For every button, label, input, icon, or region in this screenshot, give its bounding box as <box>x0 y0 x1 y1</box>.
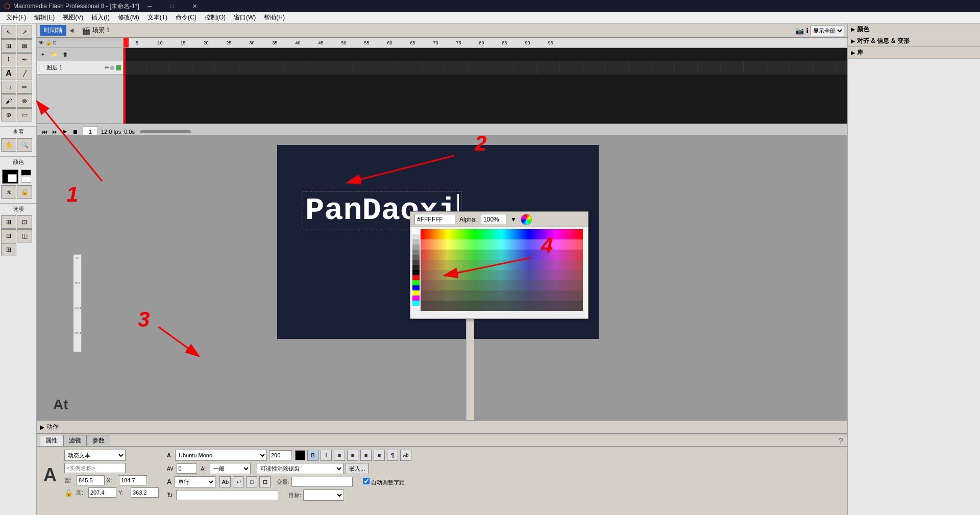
color-wheel-btn[interactable] <box>521 214 532 225</box>
text-type-select[interactable]: 动态文本 <box>64 450 126 461</box>
menu-insert[interactable]: 插入(I) <box>87 12 113 23</box>
no-fill-btn[interactable]: 无 <box>1 185 16 199</box>
swatch-dg[interactable] <box>412 255 420 260</box>
swatch-green[interactable] <box>412 280 420 285</box>
panel-library-header[interactable]: ▶ 库 <box>848 47 980 58</box>
option5-btn[interactable]: ⊞ <box>1 243 16 256</box>
add-folder-btn[interactable]: 📁 <box>49 50 59 60</box>
swatch-black2[interactable] <box>412 265 420 270</box>
height-input[interactable] <box>88 487 116 498</box>
selectable-btn[interactable]: ⊡ <box>259 476 271 487</box>
delete-layer-btn[interactable]: 🗑 <box>60 50 70 60</box>
swatch-black[interactable] <box>412 270 420 275</box>
onion-skin-slider[interactable] <box>140 130 191 133</box>
target-select[interactable] <box>303 489 344 501</box>
line-tool[interactable]: ╱ <box>17 67 32 80</box>
lasso-tool[interactable]: ⌇ <box>1 53 16 66</box>
brush-tool[interactable]: 🖌 <box>1 94 16 108</box>
format-text-btn[interactable]: Ab <box>400 450 411 461</box>
align-left-btn[interactable]: ≡ <box>334 450 345 461</box>
x-input[interactable] <box>119 475 147 485</box>
hand-tool[interactable]: ✋ <box>1 138 16 152</box>
stroke-color-btn[interactable] <box>2 169 18 184</box>
italic-btn[interactable]: I <box>321 450 332 461</box>
swatch-cyan[interactable] <box>412 301 420 306</box>
width-input[interactable] <box>77 475 105 485</box>
pen-tool[interactable]: ✒ <box>17 53 32 66</box>
font-select[interactable]: Ubuntu Mono <box>175 450 267 461</box>
embed-btn[interactable]: 嵌入... <box>346 463 369 474</box>
hex-input[interactable]: #FFFFFF <box>414 214 455 225</box>
subselect-tool[interactable]: ↗ <box>17 26 32 39</box>
add-layer-btn[interactable]: + <box>38 50 48 60</box>
props-tab-properties[interactable]: 属性 <box>40 435 63 446</box>
font-size-input[interactable] <box>269 450 292 460</box>
close-btn[interactable]: ✕ <box>184 0 206 12</box>
swatch-blue[interactable] <box>412 285 420 290</box>
lock-aspect-icon[interactable]: 🔒 <box>64 488 73 497</box>
timeline-playhead[interactable] <box>124 48 126 124</box>
target-input[interactable] <box>176 490 278 500</box>
view-select[interactable]: 显示全部 <box>811 25 844 36</box>
swatch-mg[interactable] <box>412 244 420 250</box>
layer-color-dot[interactable] <box>116 65 121 70</box>
text-color-btn[interactable] <box>295 450 305 460</box>
menu-help[interactable]: 帮助(H) <box>260 12 289 23</box>
option3-btn[interactable]: ⊟ <box>1 229 16 242</box>
text-tool[interactable]: A <box>1 67 16 80</box>
option4-btn[interactable]: ◫ <box>17 229 32 242</box>
multiline-btn[interactable]: Ab <box>219 476 231 487</box>
alias-select[interactable]: 可读性消除锯齿 <box>257 463 344 474</box>
instance-name-input[interactable] <box>64 463 126 473</box>
nav-prev[interactable]: ◀ <box>69 27 74 34</box>
menu-control[interactable]: 控制(O) <box>201 12 230 23</box>
inkbottle-tool[interactable]: ⊗ <box>17 94 32 108</box>
y-input[interactable] <box>131 487 159 498</box>
line-type-select[interactable]: 单行 <box>175 476 215 487</box>
swatch-g[interactable] <box>412 250 420 255</box>
swatch-vdg[interactable] <box>412 260 420 265</box>
option1-btn[interactable]: ⊞ <box>1 215 16 229</box>
props-tab-filters[interactable]: 滤镜 <box>63 435 87 446</box>
pencil-tool[interactable]: ✏ <box>17 81 32 94</box>
auto-kern-checkbox[interactable] <box>363 478 370 484</box>
tracking-input[interactable] <box>177 463 197 474</box>
swatch-magenta[interactable] <box>412 296 420 301</box>
playhead-top[interactable] <box>124 38 129 47</box>
swatch-sg[interactable] <box>412 239 420 244</box>
aa-select[interactable]: 一般 <box>210 463 251 474</box>
menu-file[interactable]: 文件(F) <box>2 12 30 23</box>
paintbucket-tool[interactable]: ⊕ <box>1 108 16 121</box>
menu-view[interactable]: 视图(V) <box>59 12 87 23</box>
lock-fill-btn[interactable]: 🔒 <box>17 185 32 199</box>
panel-color-header[interactable]: ▶ 颜色 <box>848 23 980 35</box>
menu-text[interactable]: 文本(T) <box>143 12 172 23</box>
props-help-btn[interactable]: ? <box>839 437 843 446</box>
align-center-btn[interactable]: ≡ <box>347 450 358 461</box>
format-other-btn[interactable]: ¶ <box>387 450 398 461</box>
maximize-btn[interactable]: □ <box>162 0 183 12</box>
var-input[interactable] <box>291 477 353 487</box>
wrap-btn[interactable]: ↩ <box>233 476 244 487</box>
rect-tool[interactable]: □ <box>1 81 16 94</box>
menu-modify[interactable]: 修改(M) <box>114 12 143 23</box>
eraser-tool[interactable]: ▭ <box>17 108 32 121</box>
stage[interactable]: PanDaoxi #FFFFFF Alpha: ▼ <box>277 145 599 339</box>
menu-edit[interactable]: 编辑(E) <box>30 12 59 23</box>
props-tab-params[interactable]: 参数 <box>87 435 110 446</box>
minimize-btn[interactable]: ─ <box>139 0 161 12</box>
align-justify-btn[interactable]: ≡ <box>374 450 385 461</box>
stage-container[interactable]: 050100150200250 PanDaoxi #FFFFFF Alpha: … <box>37 135 847 433</box>
timeline-toggle-btn[interactable]: 时间轴 <box>40 25 66 36</box>
menu-window[interactable]: 窗口(W) <box>230 12 260 23</box>
menu-command[interactable]: 命令(C) <box>172 12 201 23</box>
layer-timeline[interactable] <box>124 48 847 124</box>
swatch-lg[interactable] <box>412 234 420 239</box>
panel-align-header[interactable]: ▶ 对齐 & 信息 & 变形 <box>848 35 980 46</box>
swatch-white[interactable] <box>412 229 420 234</box>
default-colors-btn[interactable] <box>21 177 31 183</box>
swap-colors-btn[interactable] <box>21 169 31 176</box>
option2-btn[interactable]: ⊡ <box>17 215 32 229</box>
swatch-yellow[interactable] <box>412 290 420 296</box>
motion-panel[interactable]: ▶ 动作 <box>37 420 847 433</box>
